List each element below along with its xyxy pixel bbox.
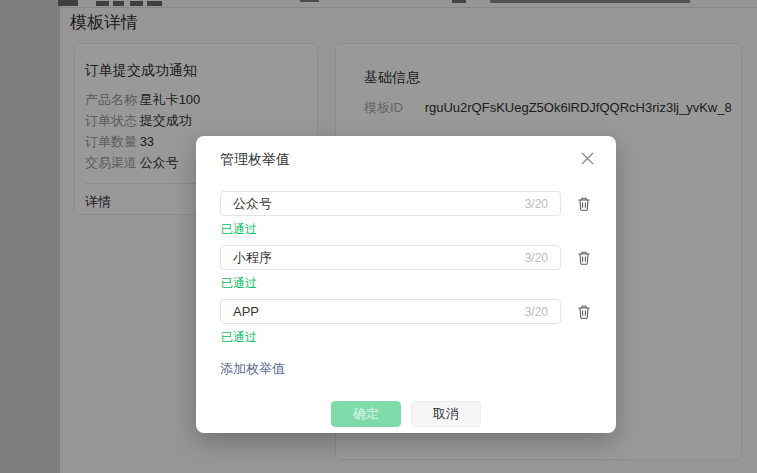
status-badge: 已通过 (221, 329, 592, 346)
trash-icon[interactable] (575, 303, 592, 320)
char-counter: 3/20 (525, 197, 548, 211)
close-icon[interactable] (578, 149, 596, 167)
enum-value-text: 小程序 (233, 249, 272, 267)
enum-value-text: 公众号 (233, 195, 272, 213)
enum-row: 小程序 3/20 (220, 245, 592, 270)
trash-icon[interactable] (575, 195, 592, 212)
modal-title: 管理枚举值 (220, 136, 592, 169)
add-enum-link[interactable]: 添加枚举值 (220, 360, 285, 378)
status-badge: 已通过 (221, 275, 592, 292)
manage-enum-modal: 管理枚举值 公众号 3/20 已通过 小程序 3/20 (196, 136, 616, 433)
trash-icon[interactable] (575, 249, 592, 266)
confirm-button[interactable]: 确定 (331, 401, 401, 427)
modal-footer: 确定 取消 (220, 401, 592, 427)
enum-row: 公众号 3/20 (220, 191, 592, 216)
status-badge: 已通过 (221, 221, 592, 238)
enum-value-input[interactable]: 小程序 3/20 (220, 245, 561, 270)
enum-value-input[interactable]: APP 3/20 (220, 299, 561, 324)
char-counter: 3/20 (525, 251, 548, 265)
char-counter: 3/20 (525, 305, 548, 319)
screen: 模板详情 订单提交成功通知 产品名称 星礼卡100 订单状态 提交成功 订单数量… (0, 0, 757, 473)
enum-row: APP 3/20 (220, 299, 592, 324)
cancel-button[interactable]: 取消 (411, 401, 481, 427)
enum-value-text: APP (233, 304, 259, 319)
enum-value-input[interactable]: 公众号 3/20 (220, 191, 561, 216)
